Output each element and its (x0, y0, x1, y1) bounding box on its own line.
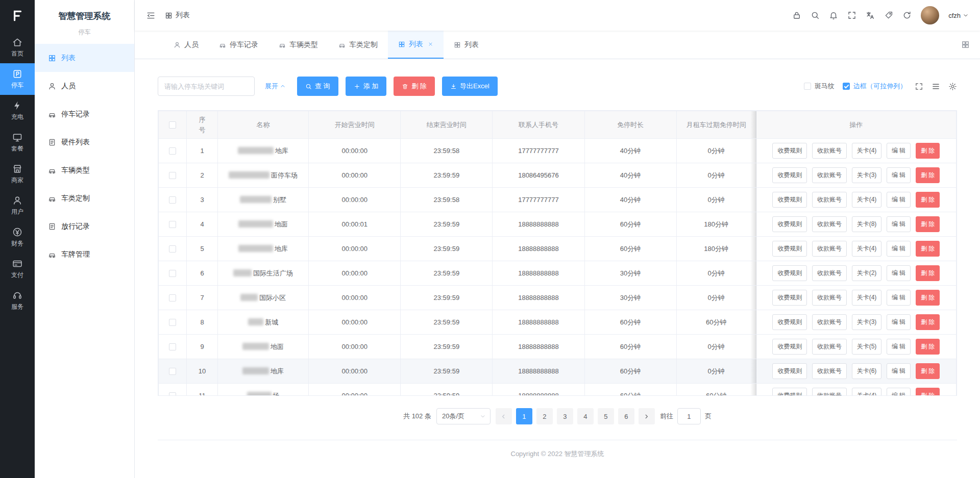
rail-item-payment[interactable]: 支付 (0, 253, 35, 285)
search-icon[interactable] (811, 11, 820, 20)
edit-button[interactable]: 编 辑 (887, 192, 911, 208)
delete-row-button[interactable]: 删 除 (916, 314, 940, 330)
delete-row-button[interactable]: 删 除 (916, 216, 940, 232)
payment-account-button[interactable]: 收款账号 (812, 290, 847, 306)
refresh-icon[interactable] (902, 11, 912, 20)
sidebar-item-list[interactable]: 列表 (35, 44, 134, 72)
fee-rules-button[interactable]: 收费规则 (772, 241, 807, 257)
expand-filters-link[interactable]: 展开 (265, 82, 286, 91)
user-menu[interactable]: cfzh (948, 12, 969, 19)
search-input[interactable] (158, 77, 255, 96)
border-toggle[interactable]: 边框（可拉伸列） (843, 82, 906, 91)
rail-item-services[interactable]: 服务 (0, 285, 35, 316)
goto-page-input[interactable] (677, 408, 701, 424)
user-avatar[interactable] (921, 6, 939, 24)
row-checkbox[interactable] (169, 319, 176, 326)
sidebar-item-plate-mgmt[interactable]: 车牌管理 (35, 240, 134, 268)
gates-button[interactable]: 关卡(4) (852, 241, 882, 257)
app-logo[interactable] (0, 0, 35, 32)
page-button-2[interactable]: 2 (536, 408, 553, 424)
row-checkbox[interactable] (169, 147, 176, 155)
tab-close-icon[interactable] (428, 41, 433, 47)
fee-rules-button[interactable]: 收费规则 (772, 314, 807, 330)
page-size-select[interactable]: 20条/页 (436, 408, 491, 424)
fee-rules-button[interactable]: 收费规则 (772, 265, 807, 281)
payment-account-button[interactable]: 收款账号 (812, 167, 847, 183)
gates-button[interactable]: 关卡(4) (852, 143, 882, 159)
add-button[interactable]: 添 加 (346, 77, 387, 96)
table-settings-icon[interactable] (948, 82, 957, 91)
page-button-4[interactable]: 4 (577, 408, 594, 424)
rail-item-home[interactable]: 首页 (0, 32, 35, 63)
delete-row-button[interactable]: 删 除 (916, 363, 940, 379)
sidebar-item-vehicle-custom[interactable]: 车类定制 (35, 184, 134, 212)
tab-item-2[interactable]: 车辆类型 (268, 31, 328, 59)
fee-rules-button[interactable]: 收费规则 (772, 363, 807, 379)
gates-button[interactable]: 关卡(3) (852, 314, 882, 330)
row-checkbox[interactable] (169, 245, 176, 253)
fee-rules-button[interactable]: 收费规则 (772, 143, 807, 159)
fee-rules-button[interactable]: 收费规则 (772, 339, 807, 355)
edit-button[interactable]: 编 辑 (887, 314, 911, 330)
gates-button[interactable]: 关卡(3) (852, 167, 882, 183)
payment-account-button[interactable]: 收款账号 (812, 265, 847, 281)
query-button[interactable]: 查 询 (297, 77, 338, 96)
edit-button[interactable]: 编 辑 (887, 167, 911, 183)
zebra-checkbox[interactable] (804, 83, 811, 90)
fee-rules-button[interactable]: 收费规则 (772, 388, 807, 396)
gates-button[interactable]: 关卡(8) (852, 216, 882, 232)
zebra-toggle[interactable]: 斑马纹 (804, 82, 835, 91)
edit-button[interactable]: 编 辑 (887, 265, 911, 281)
payment-account-button[interactable]: 收款账号 (812, 363, 847, 379)
sidebar-item-vehicle-types[interactable]: 车辆类型 (35, 156, 134, 184)
next-page-button[interactable] (639, 408, 655, 424)
edit-button[interactable]: 编 辑 (887, 363, 911, 379)
delete-row-button[interactable]: 删 除 (916, 339, 940, 355)
select-all-checkbox[interactable] (169, 121, 176, 129)
rail-item-users[interactable]: 用户 (0, 190, 35, 221)
tab-item-1[interactable]: 停车记录 (209, 31, 268, 59)
edit-button[interactable]: 编 辑 (887, 290, 911, 306)
gates-button[interactable]: 关卡(5) (852, 339, 882, 355)
payment-account-button[interactable]: 收款账号 (812, 216, 847, 232)
row-checkbox[interactable] (169, 392, 176, 396)
rail-item-packages[interactable]: 套餐 (0, 127, 35, 158)
row-checkbox[interactable] (169, 343, 176, 350)
edit-button[interactable]: 编 辑 (887, 143, 911, 159)
tag-icon[interactable] (884, 11, 893, 20)
delete-row-button[interactable]: 删 除 (916, 143, 940, 159)
row-checkbox[interactable] (169, 196, 176, 204)
sidebar-item-hardware-list[interactable]: 硬件列表 (35, 128, 134, 156)
page-button-5[interactable]: 5 (598, 408, 614, 424)
payment-account-button[interactable]: 收款账号 (812, 314, 847, 330)
tab-item-3[interactable]: 车类定制 (328, 31, 388, 59)
page-button-1[interactable]: 1 (516, 408, 532, 424)
rail-item-merchants[interactable]: 商家 (0, 158, 35, 190)
gates-button[interactable]: 关卡(4) (852, 290, 882, 306)
sidebar-item-personnel[interactable]: 人员 (35, 72, 134, 100)
row-checkbox[interactable] (169, 368, 176, 375)
tab-item-4[interactable]: 列表 (388, 31, 444, 59)
bell-icon[interactable] (829, 11, 838, 20)
prev-page-button[interactable] (496, 408, 512, 424)
rail-item-finance[interactable]: 财务 (0, 221, 35, 253)
row-checkbox[interactable] (169, 294, 176, 301)
delete-row-button[interactable]: 删 除 (916, 167, 940, 183)
fee-rules-button[interactable]: 收费规则 (772, 290, 807, 306)
payment-account-button[interactable]: 收款账号 (812, 241, 847, 257)
edit-button[interactable]: 编 辑 (887, 216, 911, 232)
delete-row-button[interactable]: 删 除 (916, 192, 940, 208)
row-checkbox[interactable] (169, 221, 176, 228)
sidebar-item-release-records[interactable]: 放行记录 (35, 212, 134, 240)
lock-icon[interactable] (792, 11, 801, 20)
rail-item-parking[interactable]: 停车 (0, 63, 35, 95)
gates-button[interactable]: 关卡(4) (852, 388, 882, 396)
page-button-6[interactable]: 6 (618, 408, 634, 424)
sidebar-item-parking-records[interactable]: 停车记录 (35, 100, 134, 128)
gates-button[interactable]: 关卡(2) (852, 265, 882, 281)
delete-row-button[interactable]: 删 除 (916, 290, 940, 306)
payment-account-button[interactable]: 收款账号 (812, 388, 847, 396)
table-fullscreen-icon[interactable] (915, 82, 923, 91)
row-checkbox[interactable] (169, 270, 176, 277)
fee-rules-button[interactable]: 收费规则 (772, 167, 807, 183)
